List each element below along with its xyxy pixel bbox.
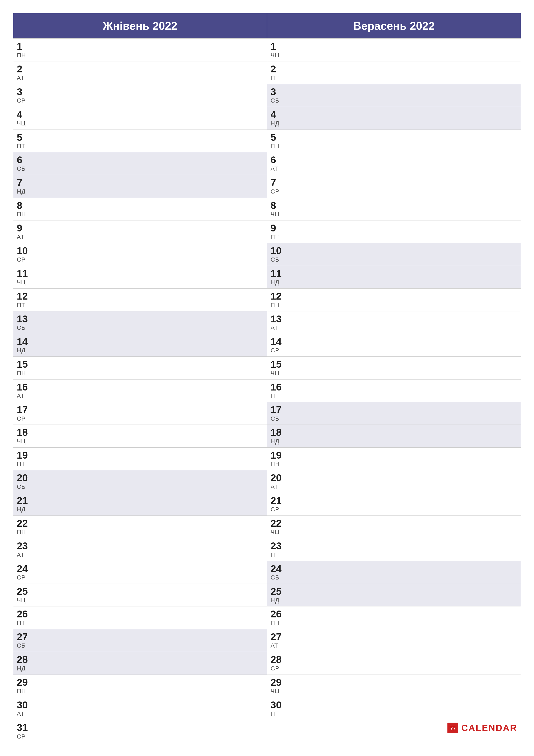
day-number: 24	[17, 563, 264, 574]
day-name: СБ	[17, 165, 264, 172]
day-number: 8	[17, 200, 264, 211]
aug-day-cell: 18ЧЦ	[13, 425, 267, 447]
day-number: 23	[17, 540, 264, 552]
sep-day-cell: 12пн	[267, 288, 521, 311]
day-name: АТ	[17, 710, 264, 717]
logo-cell: 77 CALENDAR	[267, 720, 521, 743]
day-number: 18	[17, 427, 264, 438]
table-row: 12пт12пн	[13, 288, 521, 311]
day-name: ЧЦ	[271, 528, 518, 535]
day-number: 9	[17, 223, 264, 233]
table-row: 7нд7СР	[13, 175, 521, 198]
aug-day-cell: 27СБ	[13, 629, 267, 652]
table-row: 11ЧЦ11нд	[13, 266, 521, 288]
sep-day-cell: 8ЧЦ	[267, 198, 521, 220]
day-number: 17	[271, 404, 518, 415]
day-name: СР	[17, 97, 264, 104]
day-number: 4	[17, 109, 264, 120]
day-name: ЧЦ	[271, 211, 518, 218]
day-name: СБ	[271, 574, 518, 581]
sep-day-cell: 20АТ	[267, 470, 521, 493]
day-number: 29	[17, 677, 264, 688]
day-name: нд	[17, 347, 264, 354]
day-name: СБ	[17, 483, 264, 490]
logo-container: 77 CALENDAR	[447, 722, 517, 734]
day-number: 11	[17, 268, 264, 279]
table-row: 23АТ23пт	[13, 538, 521, 561]
table-row: 9АТ9пт	[13, 221, 521, 243]
day-number: 28	[17, 654, 264, 665]
day-name: СР	[271, 188, 518, 195]
day-number: 23	[271, 540, 518, 552]
day-number: 25	[271, 586, 518, 597]
table-row: 30АТ30пт	[13, 697, 521, 720]
day-name: пт	[271, 392, 518, 399]
day-number: 26	[17, 608, 264, 620]
day-number: 13	[271, 313, 518, 325]
aug-day-cell: 6СБ	[13, 152, 267, 175]
table-row: 16АТ16пт	[13, 379, 521, 402]
day-number: 12	[271, 291, 518, 302]
aug-day-cell: 22пн	[13, 516, 267, 538]
sep-day-cell: 5пн	[267, 129, 521, 152]
aug-day-cell: 29пн	[13, 675, 267, 697]
day-name: СР	[17, 733, 264, 740]
day-name: пт	[271, 552, 518, 558]
sep-day-cell: 17СБ	[267, 402, 521, 425]
day-name: АТ	[271, 483, 518, 490]
logo-text: CALENDAR	[461, 723, 517, 733]
table-row: 21нд21СР	[13, 493, 521, 516]
table-row: 24СР24СБ	[13, 561, 521, 583]
day-name: ЧЦ	[271, 688, 518, 694]
sep-day-cell: 6АТ	[267, 152, 521, 175]
aug-day-cell: 1пн	[13, 39, 267, 62]
sep-day-cell: 9пт	[267, 221, 521, 243]
sep-day-cell: 30пт	[267, 697, 521, 720]
aug-day-cell: 30АТ	[13, 697, 267, 720]
day-name: АТ	[271, 165, 518, 172]
table-row: 17СР17СБ	[13, 402, 521, 425]
aug-day-cell: 12пт	[13, 288, 267, 311]
day-number: 30	[271, 700, 518, 711]
day-number: 2	[271, 64, 518, 74]
aug-day-cell: 23АТ	[13, 538, 267, 561]
day-name: пн	[17, 688, 264, 694]
day-number: 20	[17, 472, 264, 483]
day-name: АТ	[17, 552, 264, 558]
table-row: 26пт26пн	[13, 607, 521, 629]
sep-day-cell: 1ЧЦ	[267, 39, 521, 62]
day-name: нд	[271, 279, 518, 286]
day-name: пт	[271, 710, 518, 717]
day-name: нд	[17, 188, 264, 195]
sep-day-cell: 26пн	[267, 607, 521, 629]
table-row: 15пн15ЧЦ	[13, 357, 521, 379]
day-number: 26	[271, 608, 518, 620]
day-name: пт	[17, 620, 264, 627]
table-row: 20СБ20АТ	[13, 470, 521, 493]
day-number: 19	[271, 450, 518, 461]
sep-day-cell: 7СР	[267, 175, 521, 198]
table-row: 31СР 77 CALENDAR	[13, 720, 521, 743]
day-name: СБ	[271, 415, 518, 422]
calendar-logo-svg: 77	[447, 722, 459, 734]
day-name: ЧЦ	[271, 52, 518, 59]
aug-day-cell: 25ЧЦ	[13, 584, 267, 607]
table-row: 14нд14СР	[13, 334, 521, 357]
day-name: пт	[271, 233, 518, 240]
sep-day-cell: 23пт	[267, 538, 521, 561]
sep-day-cell: 28СР	[267, 652, 521, 675]
aug-day-cell: 8пн	[13, 198, 267, 220]
day-number: 29	[271, 677, 518, 688]
day-number: 2	[17, 64, 264, 74]
aug-day-cell: 7нд	[13, 175, 267, 198]
table-row: 27СБ27АТ	[13, 629, 521, 652]
day-number: 22	[271, 518, 518, 529]
day-name: нд	[271, 120, 518, 127]
day-name: СБ	[17, 642, 264, 649]
sep-day-cell: 14СР	[267, 334, 521, 357]
aug-day-cell: 5пт	[13, 129, 267, 152]
day-name: АТ	[17, 233, 264, 240]
day-number: 9	[271, 223, 518, 233]
day-name: пт	[17, 143, 264, 149]
day-name: АТ	[17, 392, 264, 399]
